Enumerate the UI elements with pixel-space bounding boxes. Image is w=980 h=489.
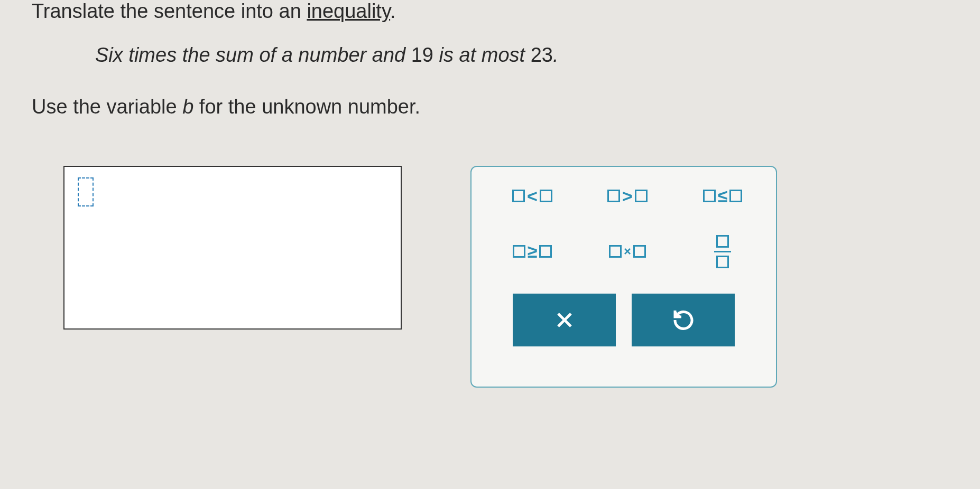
problem-num2: 23: [531, 44, 553, 66]
times-button[interactable]: ×: [596, 238, 659, 265]
placeholder-box: [716, 256, 729, 268]
problem-num1: 19: [411, 44, 433, 66]
placeholder-box: [609, 245, 622, 258]
less-equal-icon: ≤: [718, 186, 728, 206]
placeholder-box: [729, 190, 742, 202]
greater-than-icon: >: [622, 186, 633, 206]
greater-equal-icon: ≥: [528, 241, 538, 262]
greater-equal-button[interactable]: ≥: [501, 238, 564, 265]
placeholder-box: [703, 190, 716, 202]
fraction-button[interactable]: [691, 238, 754, 265]
instruction-text: Translate the sentence into an inequalit…: [32, 0, 948, 23]
variable-instruction: Use the variable b for the unknown numbe…: [32, 96, 948, 118]
placeholder-box: [633, 245, 646, 258]
problem-suffix: .: [553, 44, 559, 66]
instruction-suffix: .: [390, 0, 396, 22]
placeholder-box: [607, 190, 620, 202]
problem-prefix: Six times the sum of a number and: [95, 44, 411, 66]
less-than-button[interactable]: <: [501, 183, 564, 209]
x-icon: [552, 307, 577, 333]
placeholder-box: [513, 245, 525, 258]
instruction-prefix: Translate the sentence into an: [32, 0, 307, 22]
action-row: [490, 294, 757, 346]
symbol-tools-panel: < > ≤ ≥ ×: [470, 166, 777, 388]
times-icon: ×: [624, 244, 631, 259]
problem-mid: is at most: [433, 44, 531, 66]
symbol-row-1: < > ≤: [490, 183, 757, 209]
placeholder-box: [512, 190, 525, 202]
problem-statement: Six times the sum of a number and 19 is …: [95, 44, 948, 67]
placeholder-box: [716, 235, 729, 248]
var-instruction-suffix: for the unknown number.: [193, 96, 420, 118]
placeholder-box: [540, 190, 552, 202]
variable-name: b: [182, 96, 193, 118]
symbol-row-2: ≥ ×: [490, 238, 757, 265]
reset-button[interactable]: [632, 294, 735, 346]
var-instruction-prefix: Use the variable: [32, 96, 182, 118]
undo-icon: [671, 307, 696, 333]
placeholder-box: [635, 190, 648, 202]
less-equal-button[interactable]: ≤: [691, 183, 754, 209]
fraction-bar: [714, 251, 731, 252]
answer-input-box[interactable]: [63, 166, 402, 330]
greater-than-button[interactable]: >: [596, 183, 659, 209]
inequality-link[interactable]: inequality: [307, 0, 390, 22]
input-cursor: [78, 177, 94, 206]
placeholder-box: [539, 245, 552, 258]
less-than-icon: <: [527, 186, 538, 206]
clear-button[interactable]: [513, 294, 616, 346]
fraction-icon: [714, 235, 731, 268]
